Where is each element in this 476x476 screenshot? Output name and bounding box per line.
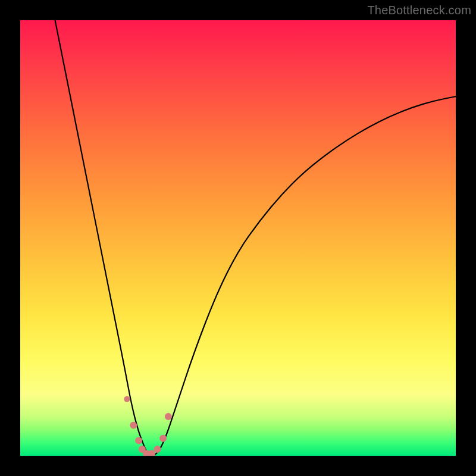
bottleneck-curve — [55, 20, 456, 456]
marker-point — [154, 446, 161, 453]
marker-point — [124, 396, 130, 402]
chart-frame: TheBottleneck.com — [0, 0, 476, 476]
chart-svg — [20, 20, 456, 456]
watermark-text: TheBottleneck.com — [367, 4, 471, 17]
marker-point — [135, 437, 142, 444]
marker-group — [124, 396, 172, 456]
plot-area — [20, 20, 456, 456]
marker-point — [130, 422, 137, 429]
marker-point — [159, 435, 167, 442]
marker-point — [165, 413, 172, 420]
